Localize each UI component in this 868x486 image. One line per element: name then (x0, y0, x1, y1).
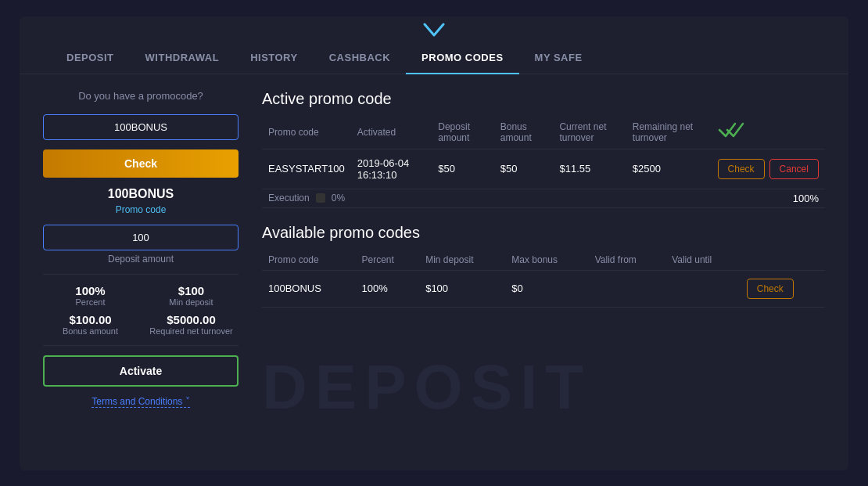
tab-withdrawal[interactable]: WITHDRAWAL (130, 42, 235, 74)
active-row-btns: Check Cancel (712, 149, 825, 189)
active-row-remaining: $2500 (626, 149, 712, 189)
col-activated: Activated (351, 116, 432, 149)
stat-bonus-label: Bonus amount (43, 326, 138, 336)
col-promo-code: Promo code (262, 116, 351, 149)
active-row-deposit: $50 (432, 149, 493, 189)
available-promo-row: 100BONUS 100% $100 $0 Check (262, 270, 825, 307)
avail-col-promo-code: Promo code (262, 250, 355, 271)
available-promo-section: Available promo codes Promo code Percent… (262, 224, 825, 308)
avail-row-min-deposit: $100 (419, 270, 505, 307)
active-check-button[interactable]: Check (718, 159, 765, 179)
active-promo-row: EASYSTART100 2019-06-04 16:13:10 $50 $50… (262, 149, 825, 189)
main-layout: Do you have a promocode? Check 100BONUS … (20, 74, 848, 423)
stats-grid: 100% Percent $100 Min deposit $100.00 Bo… (43, 284, 239, 336)
stat-turnover-value: $5000.00 (144, 313, 239, 326)
tab-bar: DEPOSIT WITHDRAWAL HISTORY CASHBACK PROM… (20, 42, 848, 74)
avail-col-valid-until: Valid until (665, 250, 741, 271)
avail-col-min-deposit: Min deposit (419, 250, 505, 271)
avail-row-promo-code: 100BONUS (262, 270, 355, 307)
avail-col-valid-from: Valid from (589, 250, 665, 271)
promo-name: 100BONUS (108, 187, 174, 201)
avail-row-valid-from (589, 270, 665, 307)
divider-2 (43, 345, 239, 346)
deposit-amount-label: Deposit amount (108, 254, 174, 265)
execution-row: Execution 0% 100% (262, 189, 825, 207)
active-row-current: $11.55 (553, 149, 626, 189)
execution-bar-icon (316, 193, 325, 203)
avail-row-percent: 100% (355, 270, 419, 307)
stat-percent-value: 100% (43, 284, 138, 297)
stat-percent: 100% Percent (43, 284, 138, 307)
avail-col-percent: Percent (355, 250, 419, 271)
active-promo-section: Active promo code Promo code Activated D… (262, 90, 825, 208)
tab-my-safe[interactable]: MY SAFE (519, 42, 598, 74)
tab-promo-codes[interactable]: PROMO CODES (406, 42, 518, 74)
avail-col-max-bonus: Max bonus (505, 250, 588, 271)
stat-turnover-label: Required net turnover (144, 326, 239, 336)
execution-label: Execution (268, 193, 310, 203)
stat-min-deposit-label: Min deposit (144, 297, 239, 307)
top-chevron-icon (20, 16, 848, 42)
stat-bonus: $100.00 Bonus amount (43, 313, 138, 336)
promo-code-label: Promo code (116, 204, 167, 215)
col-remaining-turnover: Remaining net turnover (626, 116, 712, 149)
green-check-icon (718, 124, 744, 143)
execution-zero-percent: 0% (332, 193, 345, 203)
active-row-bonus: $50 (494, 149, 554, 189)
col-deposit-amount: Deposit amount (432, 116, 493, 149)
left-panel: Do you have a promocode? Check 100BONUS … (43, 90, 239, 408)
deposit-amount-input[interactable] (43, 225, 239, 250)
active-row-activated: 2019-06-04 16:13:10 (351, 149, 432, 189)
stat-min-deposit-value: $100 (144, 284, 239, 297)
col-actions (712, 116, 825, 149)
active-promo-title: Active promo code (262, 90, 825, 108)
check-button[interactable]: Check (43, 149, 239, 178)
col-bonus-amount: Bonus amount (494, 116, 554, 149)
avail-row-btn: Check (741, 270, 825, 307)
avail-check-button[interactable]: Check (747, 279, 794, 299)
stat-percent-label: Percent (43, 297, 138, 307)
col-current-turnover: Current net turnover (553, 116, 626, 149)
stat-min-deposit: $100 Min deposit (144, 284, 239, 307)
tab-cashback[interactable]: CASHBACK (314, 42, 406, 74)
available-promo-table: Promo code Percent Min deposit Max bonus… (262, 250, 825, 308)
active-cancel-button[interactable]: Cancel (769, 159, 819, 179)
promo-code-input[interactable] (43, 114, 239, 140)
stat-turnover: $5000.00 Required net turnover (144, 313, 239, 336)
avail-col-actions (741, 250, 825, 271)
activate-button[interactable]: Activate (43, 355, 239, 387)
terms-link[interactable]: Terms and Conditions ˅ (91, 396, 189, 408)
tab-history[interactable]: HISTORY (235, 42, 314, 74)
active-row-promo-code: EASYSTART100 (262, 149, 351, 189)
active-promo-table: Promo code Activated Deposit amount Bonu… (262, 116, 825, 208)
stat-bonus-value: $100.00 (43, 313, 138, 326)
available-promo-title: Available promo codes (262, 224, 825, 242)
main-container: DEPOSIT WITHDRAWAL HISTORY CASHBACK PROM… (20, 16, 848, 470)
tab-deposit[interactable]: DEPOSIT (51, 42, 130, 74)
question-text: Do you have a promocode? (78, 90, 203, 102)
execution-right-percent: 100% (793, 193, 819, 204)
divider (43, 274, 239, 275)
avail-row-max-bonus: $0 (505, 270, 588, 307)
right-panel: Active promo code Promo code Activated D… (262, 90, 825, 408)
avail-row-valid-until (665, 270, 741, 307)
